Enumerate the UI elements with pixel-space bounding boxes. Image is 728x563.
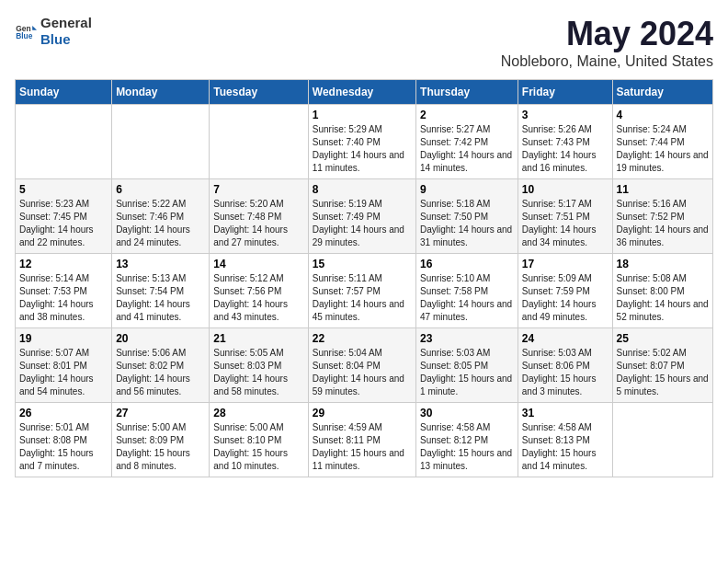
calendar-header-row: SundayMondayTuesdayWednesdayThursdayFrid…	[16, 80, 713, 105]
day-number: 24	[522, 332, 609, 345]
day-number: 20	[116, 332, 205, 345]
calendar-cell: 15Sunrise: 5:11 AM Sunset: 7:57 PM Dayli…	[308, 254, 415, 328]
day-number: 17	[522, 258, 609, 270]
calendar-cell: 11Sunrise: 5:16 AM Sunset: 7:52 PM Dayli…	[612, 179, 712, 254]
subtitle: Nobleboro, Maine, United States	[501, 53, 713, 70]
calendar-cell: 30Sunrise: 4:58 AM Sunset: 8:12 PM Dayli…	[416, 403, 518, 477]
calendar-cell: 17Sunrise: 5:09 AM Sunset: 7:59 PM Dayli…	[518, 254, 612, 328]
day-info: Sunrise: 5:24 AM Sunset: 7:44 PM Dayligh…	[617, 123, 709, 175]
day-info: Sunrise: 5:02 AM Sunset: 8:07 PM Dayligh…	[617, 347, 709, 398]
calendar-cell: 24Sunrise: 5:03 AM Sunset: 8:06 PM Dayli…	[518, 328, 612, 403]
day-info: Sunrise: 5:23 AM Sunset: 7:45 PM Dayligh…	[19, 198, 108, 249]
day-info: Sunrise: 5:26 AM Sunset: 7:43 PM Dayligh…	[522, 123, 609, 175]
calendar-table: SundayMondayTuesdayWednesdayThursdayFrid…	[15, 79, 713, 477]
title-area: May 2024 Nobleboro, Maine, United States	[501, 15, 713, 70]
weekday-header: Thursday	[416, 80, 518, 105]
calendar-week-row: 1Sunrise: 5:29 AM Sunset: 7:40 PM Daylig…	[16, 105, 713, 179]
day-info: Sunrise: 5:09 AM Sunset: 7:59 PM Dayligh…	[522, 272, 609, 324]
day-number: 16	[420, 258, 514, 270]
day-number: 5	[19, 183, 108, 196]
day-number: 6	[116, 183, 205, 196]
logo: Gen Blue General Blue	[15, 15, 92, 48]
calendar-cell: 23Sunrise: 5:03 AM Sunset: 8:05 PM Dayli…	[416, 328, 518, 403]
calendar-cell	[612, 403, 712, 477]
day-number: 4	[617, 109, 709, 121]
day-number: 22	[313, 332, 412, 345]
weekday-header: Saturday	[612, 80, 712, 105]
calendar-cell: 8Sunrise: 5:19 AM Sunset: 7:49 PM Daylig…	[308, 179, 415, 254]
day-number: 29	[313, 407, 412, 419]
calendar-week-row: 12Sunrise: 5:14 AM Sunset: 7:53 PM Dayli…	[16, 254, 713, 328]
day-number: 30	[420, 407, 514, 419]
day-info: Sunrise: 5:22 AM Sunset: 7:46 PM Dayligh…	[116, 198, 205, 249]
day-info: Sunrise: 5:29 AM Sunset: 7:40 PM Dayligh…	[313, 123, 412, 175]
day-info: Sunrise: 5:05 AM Sunset: 8:03 PM Dayligh…	[213, 347, 303, 398]
day-number: 14	[213, 258, 303, 270]
day-number: 8	[313, 183, 412, 196]
day-number: 1	[313, 109, 412, 121]
logo-general-text: General	[40, 15, 92, 30]
day-number: 3	[522, 109, 609, 121]
day-info: Sunrise: 5:12 AM Sunset: 7:56 PM Dayligh…	[213, 272, 303, 324]
svg-marker-2	[32, 26, 37, 30]
calendar-week-row: 5Sunrise: 5:23 AM Sunset: 7:45 PM Daylig…	[16, 179, 713, 254]
day-info: Sunrise: 5:19 AM Sunset: 7:49 PM Dayligh…	[313, 198, 412, 249]
calendar-week-row: 26Sunrise: 5:01 AM Sunset: 8:08 PM Dayli…	[16, 403, 713, 477]
day-number: 18	[617, 258, 709, 270]
calendar-cell: 31Sunrise: 4:58 AM Sunset: 8:13 PM Dayli…	[518, 403, 612, 477]
calendar-cell: 27Sunrise: 5:00 AM Sunset: 8:09 PM Dayli…	[112, 403, 210, 477]
calendar-cell: 14Sunrise: 5:12 AM Sunset: 7:56 PM Dayli…	[210, 254, 308, 328]
day-number: 19	[19, 332, 108, 345]
day-number: 21	[213, 332, 303, 345]
day-number: 23	[420, 332, 514, 345]
logo-blue-text: Blue	[40, 31, 71, 47]
day-info: Sunrise: 5:16 AM Sunset: 7:52 PM Dayligh…	[617, 198, 709, 249]
weekday-header: Friday	[518, 80, 612, 105]
calendar-cell: 25Sunrise: 5:02 AM Sunset: 8:07 PM Dayli…	[612, 328, 712, 403]
day-number: 10	[522, 183, 609, 196]
calendar-cell: 20Sunrise: 5:06 AM Sunset: 8:02 PM Dayli…	[112, 328, 210, 403]
day-info: Sunrise: 5:03 AM Sunset: 8:06 PM Dayligh…	[522, 347, 609, 398]
day-number: 28	[213, 407, 303, 419]
day-number: 9	[420, 183, 514, 196]
calendar-cell	[210, 105, 308, 179]
day-info: Sunrise: 4:59 AM Sunset: 8:11 PM Dayligh…	[313, 421, 412, 473]
day-number: 27	[116, 407, 205, 419]
calendar-cell: 7Sunrise: 5:20 AM Sunset: 7:48 PM Daylig…	[210, 179, 308, 254]
day-number: 2	[420, 109, 514, 121]
calendar-cell: 4Sunrise: 5:24 AM Sunset: 7:44 PM Daylig…	[612, 105, 712, 179]
calendar-cell: 10Sunrise: 5:17 AM Sunset: 7:51 PM Dayli…	[518, 179, 612, 254]
weekday-header: Tuesday	[210, 80, 308, 105]
calendar-cell: 29Sunrise: 4:59 AM Sunset: 8:11 PM Dayli…	[308, 403, 415, 477]
calendar-cell: 12Sunrise: 5:14 AM Sunset: 7:53 PM Dayli…	[16, 254, 112, 328]
day-number: 7	[213, 183, 303, 196]
weekday-header: Monday	[112, 80, 210, 105]
calendar-cell: 2Sunrise: 5:27 AM Sunset: 7:42 PM Daylig…	[416, 105, 518, 179]
weekday-header: Wednesday	[308, 80, 415, 105]
header: Gen Blue General Blue May 2024 Nobleboro…	[15, 15, 713, 70]
weekday-header: Sunday	[16, 80, 112, 105]
day-number: 26	[19, 407, 108, 419]
day-info: Sunrise: 5:13 AM Sunset: 7:54 PM Dayligh…	[116, 272, 205, 324]
day-info: Sunrise: 5:00 AM Sunset: 8:09 PM Dayligh…	[116, 421, 205, 473]
day-info: Sunrise: 5:27 AM Sunset: 7:42 PM Dayligh…	[420, 123, 514, 175]
svg-text:Blue: Blue	[16, 31, 33, 40]
day-info: Sunrise: 4:58 AM Sunset: 8:13 PM Dayligh…	[522, 421, 609, 473]
day-info: Sunrise: 5:08 AM Sunset: 8:00 PM Dayligh…	[617, 272, 709, 324]
day-number: 31	[522, 407, 609, 419]
calendar-cell	[16, 105, 112, 179]
day-number: 15	[313, 258, 412, 270]
main-title: May 2024	[501, 15, 713, 53]
day-info: Sunrise: 5:10 AM Sunset: 7:58 PM Dayligh…	[420, 272, 514, 324]
day-info: Sunrise: 5:03 AM Sunset: 8:05 PM Dayligh…	[420, 347, 514, 398]
day-info: Sunrise: 5:18 AM Sunset: 7:50 PM Dayligh…	[420, 198, 514, 249]
day-info: Sunrise: 5:00 AM Sunset: 8:10 PM Dayligh…	[213, 421, 303, 473]
day-number: 25	[617, 332, 709, 345]
calendar-cell	[112, 105, 210, 179]
calendar-cell: 3Sunrise: 5:26 AM Sunset: 7:43 PM Daylig…	[518, 105, 612, 179]
day-info: Sunrise: 5:14 AM Sunset: 7:53 PM Dayligh…	[19, 272, 108, 324]
day-info: Sunrise: 5:07 AM Sunset: 8:01 PM Dayligh…	[19, 347, 108, 398]
calendar-week-row: 19Sunrise: 5:07 AM Sunset: 8:01 PM Dayli…	[16, 328, 713, 403]
calendar-cell: 9Sunrise: 5:18 AM Sunset: 7:50 PM Daylig…	[416, 179, 518, 254]
calendar-body: 1Sunrise: 5:29 AM Sunset: 7:40 PM Daylig…	[16, 105, 713, 477]
